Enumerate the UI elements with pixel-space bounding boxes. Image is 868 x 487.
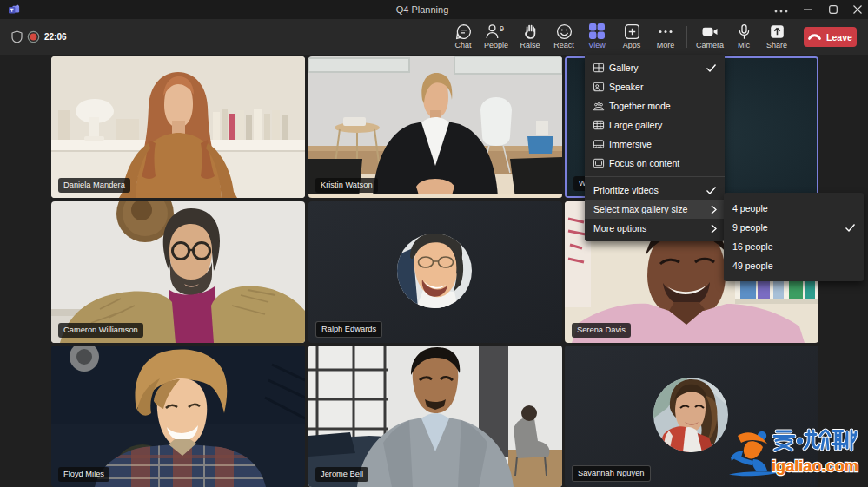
- svg-text:9: 9: [500, 24, 504, 33]
- svg-text:igaliao.com: igaliao.com: [772, 457, 858, 475]
